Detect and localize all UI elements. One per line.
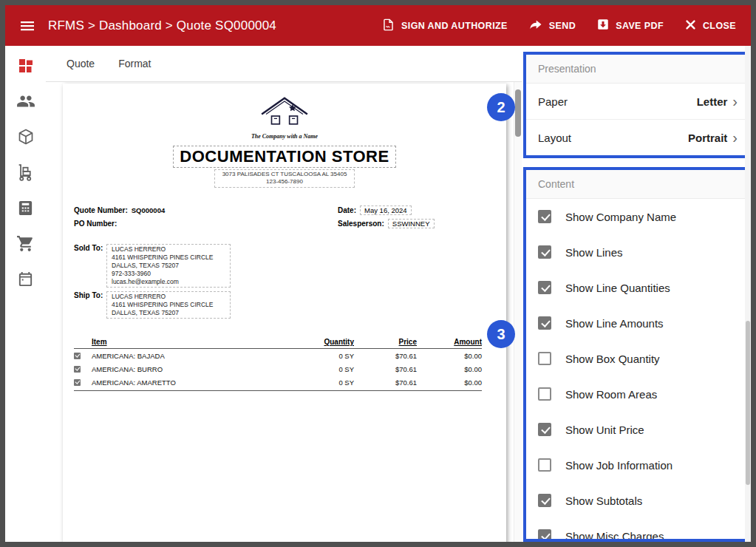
col-header-amount: Amount [417, 338, 482, 346]
option-show-misc-charges[interactable]: Show Misc Charges [526, 518, 745, 542]
tab-quote[interactable]: Quote [55, 46, 106, 81]
line-item-checkbox[interactable] [74, 379, 81, 386]
sidebar-item-products[interactable] [16, 129, 35, 148]
content-section: Content Show Company Name Show Lines Sho… [523, 167, 748, 542]
save-pdf-button[interactable]: SAVE PDF [596, 18, 664, 33]
quote-number-value[interactable]: SQ000004 [132, 206, 165, 214]
format-panel: Presentation Paper Letter › Layout Portr… [522, 46, 751, 542]
close-icon [684, 18, 697, 33]
presentation-section: Presentation Paper Letter › Layout Portr… [523, 52, 748, 158]
option-show-room-areas[interactable]: Show Room Areas [526, 376, 745, 412]
col-header-quantity: Quantity [299, 338, 354, 346]
col-header-price: Price [354, 338, 417, 346]
panel-scrollbar [745, 46, 751, 542]
app-window: RFMS > Dashboard > Quote SQ000004 SIGN A… [5, 5, 751, 542]
calculator-icon [17, 200, 34, 220]
document-scrollbar [514, 82, 522, 542]
sidebar-item-calculator[interactable] [16, 200, 35, 219]
content-section-title: Content [526, 170, 745, 199]
layout-label: Layout [538, 132, 571, 144]
grid-logo-icon [17, 57, 35, 78]
checkbox[interactable] [538, 458, 551, 472]
line-item-checkbox[interactable] [74, 353, 81, 359]
sidebar-item-customers[interactable] [16, 93, 35, 112]
po-number-label: PO Number: [74, 220, 117, 228]
option-show-company-name[interactable]: Show Company Name [526, 199, 745, 234]
sold-to-label: Sold To: [74, 244, 106, 288]
line-item-checkbox[interactable] [74, 366, 81, 373]
chevron-right-icon: › [732, 130, 738, 145]
option-show-job-information[interactable]: Show Job Information [526, 447, 745, 483]
checkbox[interactable] [538, 387, 551, 401]
line-items-header: Item Quantity Price Amount [74, 338, 482, 349]
tab-bar: Quote Format [46, 46, 522, 82]
sidebar-item-receiving[interactable] [16, 164, 35, 183]
paper-setting-row[interactable]: Paper Letter › [526, 84, 745, 120]
sidebar-item-schedule[interactable] [16, 271, 35, 290]
breadcrumb: RFMS > Dashboard > Quote SQ000004 [48, 18, 276, 33]
checkbox[interactable] [538, 245, 551, 259]
checkbox[interactable] [538, 529, 551, 542]
date-value[interactable]: May 16, 2024 [360, 205, 412, 215]
sold-to-block[interactable]: LUCAS HERRERO 4161 WHISPERING PINES CIRC… [106, 244, 231, 288]
cart-icon [16, 234, 35, 256]
company-address-block[interactable]: 3073 PALISADES CT TUSCALOOSA AL 35405 12… [214, 169, 355, 188]
layout-value: Portrait [688, 132, 727, 144]
sidebar-item-home[interactable] [16, 58, 35, 77]
company-tagline: The Company with a Name [63, 133, 506, 140]
quote-number-label: Quote Number: [74, 206, 128, 214]
sign-authorize-icon [381, 18, 395, 34]
sidebar-item-orders[interactable] [16, 235, 35, 254]
house-logo-icon [255, 94, 314, 131]
sign-and-authorize-button[interactable]: SIGN AND AUTHORIZE [381, 18, 508, 34]
salesperson-label: Salesperson: [338, 220, 384, 228]
people-icon [16, 92, 35, 114]
send-button[interactable]: SEND [528, 18, 576, 33]
option-show-line-amounts[interactable]: Show Line Amounts [526, 305, 745, 341]
company-phone: 123-456-7890 [266, 178, 303, 185]
ship-to-block[interactable]: LUCAS HERRERO 4161 WHISPERING PINES CIRC… [106, 291, 231, 319]
option-show-box-quantity[interactable]: Show Box Quantity [526, 341, 745, 376]
handtruck-icon [16, 163, 35, 185]
hamburger-menu-icon[interactable] [17, 16, 38, 36]
col-header-item: Item [92, 338, 299, 346]
header-actions: SIGN AND AUTHORIZE SEND SAVE PDF CLOSE [381, 18, 736, 34]
checkbox[interactable] [538, 210, 551, 223]
save-pdf-icon [596, 18, 610, 33]
quote-meta: Quote Number: SQ000004 PO Number: Date: [74, 205, 506, 232]
salesperson-value[interactable]: SSWINNEY [388, 219, 435, 228]
chevron-right-icon: › [732, 94, 738, 109]
date-label: Date: [338, 206, 356, 214]
line-item-row: AMERICANA: BAJADA 0 SY $70.61 $0.00 [74, 349, 482, 362]
close-button[interactable]: CLOSE [684, 18, 736, 33]
option-show-subtotals[interactable]: Show Subtotals [526, 483, 745, 518]
paper-value: Letter [697, 95, 728, 108]
package-icon [17, 128, 35, 149]
panel-scrollbar-thumb[interactable] [746, 321, 750, 485]
send-icon [528, 18, 543, 33]
tab-format[interactable]: Format [106, 46, 163, 81]
line-items-table: Item Quantity Price Amount AMERICANA: BA… [74, 338, 482, 392]
line-item-row: AMERICANA: BURRO 0 SY $70.61 $0.00 [74, 362, 482, 376]
company-address: 3073 PALISADES CT TUSCALOOSA AL 35405 [222, 171, 347, 177]
option-show-line-quantities[interactable]: Show Line Quantities [526, 270, 745, 305]
document-scrollbar-thumb[interactable] [515, 89, 521, 137]
layout-setting-row[interactable]: Layout Portrait › [526, 120, 745, 155]
checkbox[interactable] [538, 281, 551, 294]
quote-document-page: The Company with a Name DOCUMENTATION ST… [63, 84, 506, 542]
paper-label: Paper [538, 95, 568, 108]
checkbox[interactable] [538, 423, 551, 436]
checkbox[interactable] [538, 352, 551, 365]
annotation-badge-2: 2 [487, 93, 515, 121]
quote-preview-area: The Company with a Name DOCUMENTATION ST… [46, 82, 522, 542]
app-header: RFMS > Dashboard > Quote SQ000004 SIGN A… [5, 5, 751, 46]
checkbox[interactable] [538, 494, 551, 507]
sidebar [5, 46, 46, 542]
presentation-section-title: Presentation [526, 55, 745, 84]
main-area: Quote Format The Company wit [46, 46, 522, 542]
company-name[interactable]: DOCUMENTATION STORE [173, 146, 395, 168]
checkbox[interactable] [538, 316, 551, 330]
app-body: Quote Format The Company wit [5, 46, 751, 542]
option-show-lines[interactable]: Show Lines [526, 234, 745, 270]
option-show-unit-price[interactable]: Show Unit Price [526, 412, 745, 447]
